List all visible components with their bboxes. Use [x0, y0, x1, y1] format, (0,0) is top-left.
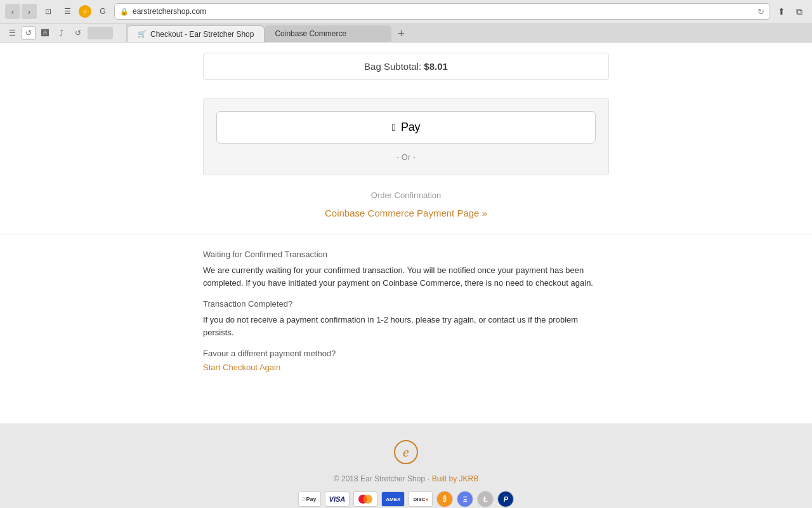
address-bar[interactable]: 🔒 earstretchershop.com ↻ — [114, 3, 770, 20]
footer-copyright: © 2018 Ear Stretcher Shop - Built by JKR… — [0, 474, 812, 483]
tab-coinbase[interactable]: Coinbase Commerce — [265, 25, 391, 42]
refresh-icon[interactable]: ↻ — [757, 7, 764, 17]
applepay-icon:  Pay — [298, 491, 321, 507]
bag-subtotal-label: Bag Subtotal: — [364, 61, 421, 72]
nav-buttons: ‹ › — [5, 4, 37, 19]
reading-list-button[interactable]: ☰ — [60, 4, 75, 19]
start-checkout-link[interactable]: Start Checkout Again — [203, 363, 280, 372]
footer-logo: e — [0, 439, 812, 469]
share-button[interactable]: ⬆ — [774, 4, 789, 19]
toolbar-icon-1[interactable]: ☰ — [5, 26, 19, 40]
new-tab-plus[interactable]: + — [393, 25, 409, 42]
new-tab-button[interactable]: ⧉ — [792, 4, 807, 19]
payment-section:  Pay - Or - — [203, 98, 609, 175]
waiting-text: We are currently waiting for your confir… — [203, 264, 609, 289]
visa-icon: VISA — [325, 491, 350, 507]
bitcoin-icon: ₿ — [436, 491, 453, 507]
window-button[interactable]: ⊡ — [41, 4, 56, 19]
back-button[interactable]: ‹ — [5, 4, 20, 19]
ethereum-icon: Ξ — [457, 491, 473, 507]
tab-checkout[interactable]: 🛒 Checkout - Ear Stretcher Shop — [127, 25, 265, 42]
discover-icon: DISC● — [409, 491, 433, 507]
bag-subtotal-box: Bag Subtotal: $8.01 — [203, 53, 609, 80]
paypal-icon: P — [497, 491, 514, 507]
tab-checkout-favicon: 🛒 — [138, 30, 147, 38]
toolbar-icon-4[interactable]: ⤴ — [55, 26, 69, 40]
bag-subtotal-amount: $8.01 — [424, 61, 448, 72]
action-buttons: ⬆ ⧉ — [774, 4, 807, 19]
favour-label: Favour a different payment method? — [203, 349, 609, 358]
payment-icons:  Pay VISA AMEX DISC● ₿ Ξ Ł P — [0, 491, 812, 507]
extension2-button[interactable]: G — [95, 4, 110, 19]
apple-logo:  — [392, 122, 396, 133]
page-content: Bag Subtotal: $8.01  Pay - Or - Order C… — [0, 43, 812, 424]
bag-subtotal-section: Bag Subtotal: $8.01 — [203, 43, 609, 85]
litecoin-icon: Ł — [477, 491, 494, 507]
transaction-heading: Transaction Completed? — [203, 299, 609, 309]
mastercard-icon — [353, 491, 377, 507]
copyright-text: © 2018 Ear Stretcher Shop - — [334, 474, 430, 483]
apple-pay-label: Pay — [398, 121, 420, 133]
lock-icon: 🔒 — [120, 8, 129, 16]
footer-logo-svg: e — [393, 439, 419, 465]
toolbar-icon-3[interactable]: 🅰 — [38, 26, 52, 40]
info-section: Waiting for Confirmed Transaction We are… — [203, 250, 609, 385]
toolbar-icon-2[interactable]: ↺ — [22, 26, 36, 40]
toolbar-icons: ☰ ↺ 🅰 ⤴ ↺ — [0, 24, 127, 42]
or-divider: - Or - — [216, 152, 596, 162]
browser-chrome: ‹ › ⊡ ☰ ⚡ G 🔒 earstretchershop.com ↻ ⬆ ⧉… — [0, 0, 812, 43]
tabs-bar: ☰ ↺ 🅰 ⤴ ↺ 🛒 Checkout - Ear Stretcher Sho… — [0, 23, 812, 42]
transaction-text: If you do not receive a payment confirma… — [203, 314, 609, 338]
extension-icon[interactable]: ⚡ — [79, 5, 91, 18]
order-confirmation-label: Order Confirmation — [203, 190, 609, 200]
order-section: Order Confirmation Coinbase Commerce Pay… — [203, 190, 609, 218]
apple-pay-button[interactable]:  Pay — [216, 111, 596, 144]
url-display: earstretchershop.com — [133, 7, 754, 16]
tab-checkout-label: Checkout - Ear Stretcher Shop — [150, 30, 254, 39]
toolbar-icon-5[interactable]: ↺ — [71, 26, 85, 40]
mastercard-svg — [357, 493, 374, 505]
favour-section: Favour a different payment method? Start… — [203, 349, 609, 372]
amex-icon: AMEX — [381, 491, 405, 507]
svg-text:e: e — [403, 444, 409, 460]
waiting-heading: Waiting for Confirmed Transaction — [203, 250, 609, 259]
separator-1 — [0, 234, 812, 234]
browser-toolbar: ‹ › ⊡ ☰ ⚡ G 🔒 earstretchershop.com ↻ ⬆ ⧉ — [0, 0, 812, 23]
coinbase-link[interactable]: Coinbase Commerce Payment Page » — [325, 208, 487, 218]
built-link[interactable]: Built by JKRB — [432, 474, 478, 483]
toolbar-placeholder — [88, 27, 113, 39]
footer: e © 2018 Ear Stretcher Shop - Built by J… — [0, 424, 812, 508]
forward-button[interactable]: › — [22, 4, 37, 19]
tab-coinbase-label: Coinbase Commerce — [275, 29, 346, 38]
